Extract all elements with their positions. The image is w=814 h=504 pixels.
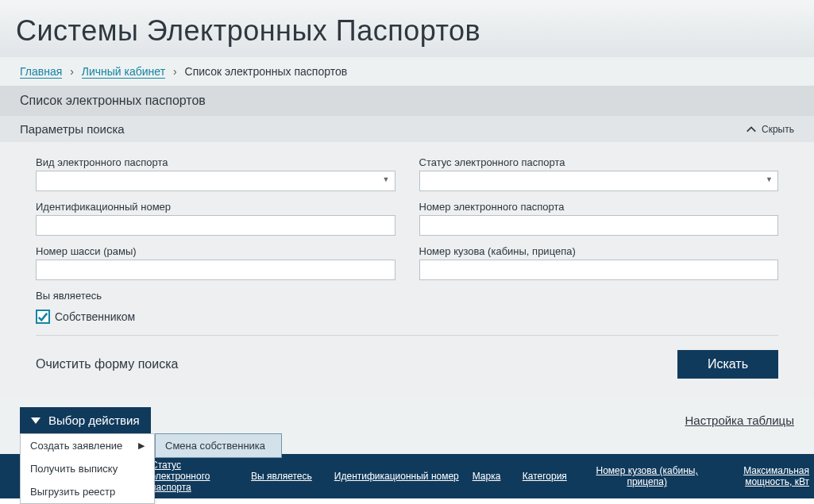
form-actions: Очистить форму поиска Искать bbox=[0, 336, 814, 396]
action-dropdown: Создать заявление ▶ Получить выписку Выг… bbox=[20, 433, 155, 504]
chevron-right-icon: › bbox=[70, 65, 74, 78]
chevron-up-icon bbox=[746, 124, 757, 135]
cell-category: категория B bbox=[518, 498, 588, 504]
cell-body bbox=[588, 498, 705, 504]
input-passport-number[interactable] bbox=[419, 215, 779, 236]
checkbox-owner-label: Собственником bbox=[55, 310, 135, 323]
label-passport-status: Статус электронного паспорта bbox=[419, 156, 779, 168]
menu-create-application[interactable]: Создать заявление ▶ bbox=[21, 434, 154, 457]
input-ident-number[interactable] bbox=[36, 215, 395, 236]
label-ident-number: Идентификационный номер bbox=[36, 201, 395, 213]
action-submenu: Смена собственника bbox=[155, 433, 282, 458]
search-button[interactable]: Искать bbox=[677, 350, 778, 379]
menu-item-label: Выгрузить реестр bbox=[30, 486, 115, 498]
menu-export-registry[interactable]: Выгрузить реестр bbox=[21, 480, 154, 503]
th-role[interactable]: Вы являетесь bbox=[246, 454, 326, 498]
input-body-number[interactable] bbox=[419, 260, 779, 280]
triangle-down-icon bbox=[31, 416, 41, 425]
menu-get-extract[interactable]: Получить выписку bbox=[21, 457, 154, 480]
section-title: Список электронных паспортов bbox=[0, 86, 814, 116]
breadcrumb-current: Список электронных паспортов bbox=[185, 65, 348, 78]
label-body-number: Номер кузова (кабины, прицепа) bbox=[419, 245, 779, 257]
app-title: Системы Электронных Паспортов bbox=[0, 0, 814, 57]
svg-marker-0 bbox=[31, 417, 41, 424]
breadcrumb-cabinet[interactable]: Личный кабинет bbox=[82, 65, 165, 79]
th-category[interactable]: Категория bbox=[518, 454, 588, 498]
collapse-toggle[interactable]: Скрыть bbox=[746, 124, 794, 135]
clear-form-link[interactable]: Очистить форму поиска bbox=[36, 357, 178, 371]
params-title: Параметры поиска bbox=[20, 122, 125, 136]
search-form: Вид электронного паспорта Статус электро… bbox=[0, 142, 814, 336]
cell-status: действующий bbox=[146, 498, 246, 504]
select-passport-status[interactable] bbox=[419, 171, 779, 191]
label-chassis-number: Номер шасси (рамы) bbox=[36, 245, 395, 257]
search-params-header: Параметры поиска Скрыть bbox=[0, 116, 814, 142]
breadcrumb: Главная › Личный кабинет › Список электр… bbox=[0, 57, 814, 86]
label-passport-type: Вид электронного паспорта bbox=[36, 156, 395, 168]
th-power[interactable]: Максимальная мощность, кВт bbox=[705, 454, 814, 498]
menu-item-label: Создать заявление bbox=[30, 440, 122, 452]
collapse-label: Скрыть bbox=[762, 124, 794, 135]
th-idx bbox=[0, 454, 21, 498]
label-you-are: Вы являетесь bbox=[36, 290, 778, 302]
table-toolbar: Выбор действия Настройка таблицы Создать… bbox=[0, 407, 814, 433]
check-icon bbox=[37, 311, 48, 322]
cell-ident bbox=[326, 498, 468, 504]
select-passport-type[interactable] bbox=[36, 171, 395, 191]
th-body[interactable]: Номер кузова (кабины, прицепа) bbox=[588, 454, 705, 498]
checkbox-owner[interactable] bbox=[36, 310, 50, 324]
input-chassis-number[interactable] bbox=[36, 260, 395, 280]
submenu-change-owner[interactable]: Смена собственника bbox=[156, 434, 281, 457]
th-status[interactable]: Статус электронного паспорта bbox=[146, 454, 246, 498]
menu-item-label: Получить выписку bbox=[30, 463, 118, 475]
th-brand[interactable]: Марка bbox=[468, 454, 518, 498]
table-settings-link[interactable]: Настройка таблицы bbox=[685, 414, 794, 427]
cell-idx: 16 bbox=[0, 498, 21, 504]
action-select-label: Выбор действия bbox=[48, 414, 140, 427]
cell-power: 81,75 bbox=[705, 498, 814, 504]
breadcrumb-home[interactable]: Главная bbox=[20, 65, 62, 79]
chevron-right-icon: › bbox=[173, 65, 177, 78]
action-select-button[interactable]: Выбор действия bbox=[20, 407, 151, 433]
th-ident[interactable]: Идентификационный номер bbox=[326, 454, 468, 498]
cell-brand: NISSAN bbox=[468, 498, 518, 504]
chevron-right-icon: ▶ bbox=[138, 441, 145, 451]
label-passport-number: Номер электронного паспорта bbox=[419, 201, 779, 213]
cell-role: Собственник bbox=[246, 498, 326, 504]
